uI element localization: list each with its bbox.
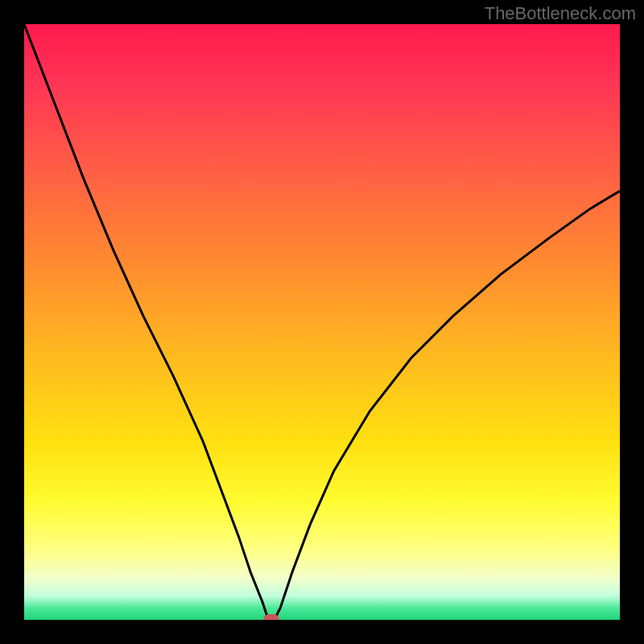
chart-container: TheBottleneck.com bbox=[0, 0, 644, 644]
optimal-marker bbox=[263, 614, 279, 620]
plot-area bbox=[24, 24, 620, 620]
bottleneck-curve bbox=[24, 24, 620, 620]
watermark-text: TheBottleneck.com bbox=[485, 3, 636, 24]
